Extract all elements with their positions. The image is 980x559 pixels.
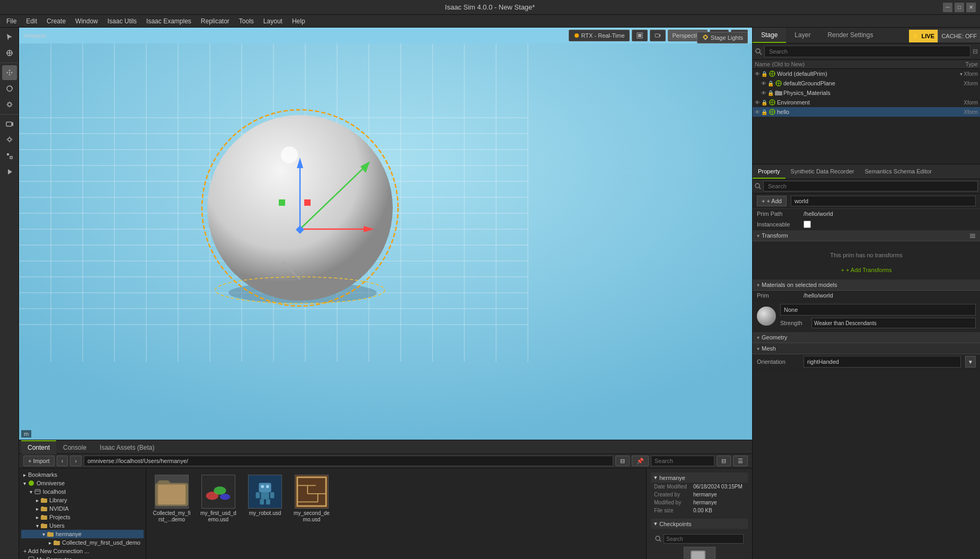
render-mode-button[interactable] — [632, 30, 648, 41]
stage-row-hello[interactable]: 👁 🔒 hello Xform — [753, 107, 980, 117]
checkpoint-icon — [684, 547, 716, 559]
prop-tab-sdr[interactable]: Synthetic Data Recorder — [785, 164, 860, 179]
menu-create[interactable]: Create — [42, 16, 70, 26]
file-thumbnail — [201, 475, 235, 509]
menu-isaac-utils[interactable]: Isaac Utils — [103, 16, 141, 26]
prim-path-value: /hello/world — [804, 211, 976, 217]
tree-item-label: Collected_my_first_usd_demo — [62, 539, 140, 546]
menu-tools[interactable]: Tools — [235, 16, 258, 26]
grab-tool-button[interactable] — [2, 46, 17, 60]
menu-file[interactable]: File — [2, 16, 21, 26]
file-item[interactable]: my_robot.usd — [244, 473, 286, 525]
orientation-menu-button[interactable]: ▼ — [965, 356, 976, 368]
stage-lights-button[interactable]: Stage Lights — [697, 32, 748, 43]
tab-isaac-assets[interactable]: Isaac Assets (Beta) — [93, 440, 161, 454]
tab-content[interactable]: Content — [21, 440, 56, 454]
menu-isaac-examples[interactable]: Isaac Examples — [142, 16, 196, 26]
pin-button[interactable]: 📌 — [632, 456, 649, 466]
expand-icon: ▾ — [36, 523, 39, 529]
add-attribute-button[interactable]: + + Add — [757, 196, 787, 206]
file-item[interactable]: Collected_my_first_...demo — [151, 473, 193, 525]
scale-tool-button[interactable] — [2, 97, 17, 112]
live-badge[interactable]: ⚡ LIVE — [909, 30, 938, 42]
file-item[interactable]: my_second_demo.usd — [290, 473, 333, 525]
menu-help[interactable]: Help — [288, 16, 310, 26]
add-transforms-button[interactable]: + + Add Transforms — [753, 265, 980, 275]
stage-search-input[interactable] — [764, 46, 970, 57]
stage-item-label: defaultGroundPlane — [783, 80, 963, 86]
path-input[interactable] — [84, 456, 613, 466]
close-button[interactable]: ✕ — [966, 3, 976, 12]
svg-point-94 — [220, 494, 230, 500]
tree-my-computer[interactable]: ▸ My Computer — [21, 555, 144, 559]
mesh-subsection-header[interactable]: ▾ Mesh — [753, 343, 980, 354]
menu-window[interactable]: Window — [71, 16, 102, 26]
rtx-button[interactable]: RTX - Real-Time — [569, 30, 630, 41]
tree-collected-demo[interactable]: ▸ Collected_my_first_usd_demo — [21, 538, 144, 547]
list-view-button[interactable]: ☰ — [733, 456, 748, 466]
file-item[interactable]: my_first_usd_demo.usd — [197, 473, 240, 525]
rotate-tool-button[interactable] — [2, 81, 17, 96]
tree-item-label: hermanye — [56, 531, 82, 537]
filter2-button[interactable]: ⊟ — [717, 456, 731, 466]
tab-render-settings[interactable]: Render Settings — [819, 28, 881, 43]
tree-hermanye[interactable]: ▾ hermanye — [21, 530, 144, 538]
transform-options-icon — [969, 232, 976, 239]
camera-tool-button[interactable] — [2, 117, 17, 132]
back-button[interactable]: ‹ — [57, 456, 68, 466]
move-tool-button[interactable] — [2, 65, 17, 80]
tab-layer[interactable]: Layer — [786, 28, 819, 43]
filter-button[interactable]: ⊟ — [615, 456, 630, 466]
stage-row-ground[interactable]: 👁 🔒 defaultGroundPlane Xform — [753, 78, 980, 88]
instanceable-checkbox[interactable] — [804, 221, 811, 228]
tree-bookmarks[interactable]: ▸ Bookmarks — [21, 470, 144, 479]
prop-search-input[interactable] — [763, 181, 978, 191]
snap-button[interactable] — [2, 149, 17, 163]
menu-replicator[interactable]: Replicator — [197, 16, 234, 26]
strength-select[interactable]: Weaker than Descendants — [811, 318, 976, 328]
maximize-button[interactable]: □ — [955, 3, 964, 12]
camera-button[interactable] — [650, 30, 666, 41]
mesh-label: Mesh — [762, 345, 776, 352]
import-button[interactable]: + Import — [23, 456, 55, 466]
menu-edit[interactable]: Edit — [22, 16, 41, 26]
svg-rect-5 — [8, 103, 11, 106]
checkpoints-search-input[interactable] — [664, 534, 744, 544]
orientation-select[interactable]: rightHanded — [804, 356, 961, 368]
stage-row-physics[interactable]: 👁 🔒 Physics_Materials — [753, 88, 980, 98]
tree-localhost[interactable]: ▾ localhost — [21, 487, 144, 496]
viewport[interactable]: Viewport RTX - Real-Time Perspective — [19, 28, 752, 440]
prop-tab-property[interactable]: Property — [753, 164, 785, 179]
play-button[interactable] — [2, 164, 17, 179]
transform-section-header[interactable]: ▾ Transform — [753, 230, 980, 241]
geometry-section-header[interactable]: ▾ Geometry — [753, 332, 980, 343]
material-select[interactable]: None — [780, 304, 976, 316]
strength-label: Strength — [780, 320, 809, 326]
prop-tab-semantics[interactable]: Semantics Schema Editor — [859, 164, 937, 179]
forward-button[interactable]: › — [70, 456, 82, 466]
minimize-button[interactable]: ─ — [943, 3, 952, 12]
tree-nvidia[interactable]: ▸ NVIDIA — [21, 504, 144, 513]
checkpoints-header[interactable]: ▾ Checkpoints — [651, 519, 748, 529]
browser-search-input[interactable] — [651, 456, 714, 466]
tree-library[interactable]: ▸ Library — [21, 496, 144, 504]
prop-add-value-input[interactable] — [791, 196, 976, 206]
light-tool-button[interactable] — [2, 133, 17, 147]
info-folder-header[interactable]: ▾ hermanye — [651, 473, 748, 483]
stage-row-world[interactable]: 👁 🔒 World (defaultPrim) ▾ Xform — [753, 69, 980, 78]
stage-row-environment[interactable]: 👁 🔒 Environment Xform — [753, 98, 980, 107]
tree-add-connection[interactable]: + Add New Connection ... — [21, 547, 144, 555]
search-icon — [655, 536, 661, 542]
tree-projects[interactable]: ▸ Projects — [21, 513, 144, 521]
folder-icon — [41, 522, 47, 529]
select-tool-button[interactable] — [2, 30, 17, 45]
tab-console[interactable]: Console — [57, 440, 93, 454]
tab-stage[interactable]: Stage — [753, 28, 786, 43]
menu-layout[interactable]: Layout — [259, 16, 287, 26]
stage-filter-button[interactable]: ⊟ — [973, 48, 978, 55]
svg-line-36 — [707, 36, 708, 37]
instanceable-row: Instanceable — [753, 219, 980, 230]
tree-omniverse[interactable]: ▾ Omniverse — [21, 479, 144, 487]
tree-users[interactable]: ▾ Users — [21, 521, 144, 530]
materials-section-header[interactable]: ▾ Materials on selected models — [753, 280, 980, 291]
